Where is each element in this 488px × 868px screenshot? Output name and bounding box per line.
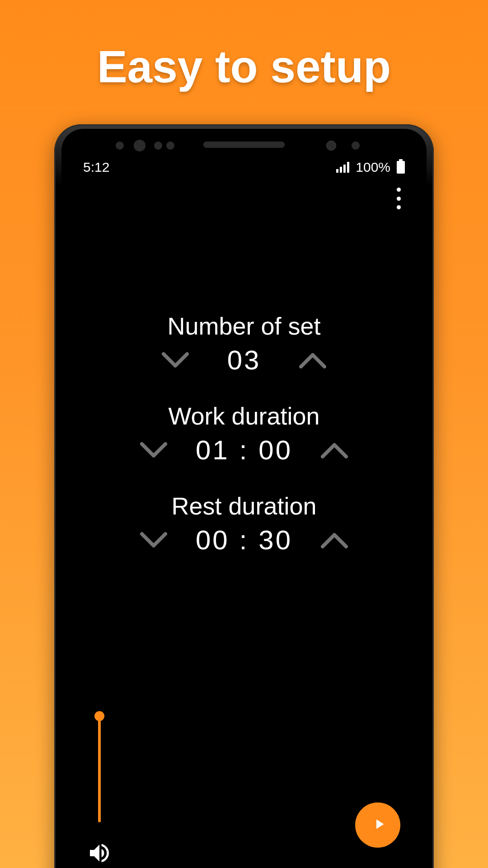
hardware-bar [61, 129, 427, 156]
play-icon [368, 816, 387, 834]
promo-background: Easy to setup 5:12 100% [0, 0, 488, 868]
rest-label: Rest duration [61, 492, 427, 520]
sensor-dot [166, 142, 174, 150]
signal-icon [336, 162, 349, 173]
sets-label: Number of set [61, 312, 427, 340]
rest-seconds: 30 [258, 524, 292, 556]
sensor-dot [154, 142, 162, 150]
phone-frame: 5:12 100% Number of set [54, 124, 434, 868]
time-separator: : [239, 434, 249, 466]
rest-value[interactable]: 00 : 30 [185, 524, 303, 556]
sensor-dot [134, 140, 145, 151]
work-minutes: 01 [196, 434, 230, 466]
work-decrement-button[interactable] [139, 441, 168, 459]
work-value[interactable]: 01 : 00 [185, 434, 303, 466]
sensor-dot [352, 142, 360, 150]
timer-settings: Number of set 03 Work duration [61, 312, 427, 582]
speaker-grille [203, 142, 285, 148]
volume-icon[interactable] [87, 840, 112, 866]
time-separator: : [239, 524, 249, 556]
more-icon[interactable] [390, 188, 407, 209]
rest-minutes: 00 [196, 524, 230, 556]
screen: 5:12 100% Number of set [61, 129, 427, 868]
app-bar [61, 179, 427, 219]
rest-increment-button[interactable] [320, 531, 349, 549]
sets-section: Number of set 03 [61, 312, 427, 376]
volume-thumb[interactable] [94, 711, 104, 721]
work-section: Work duration 01 : 00 [61, 402, 427, 466]
sets-decrement-button[interactable] [161, 351, 190, 369]
work-label: Work duration [61, 402, 427, 430]
promo-headline: Easy to setup [0, 41, 488, 93]
sets-value[interactable]: 03 [217, 344, 271, 376]
start-button[interactable] [355, 802, 400, 848]
volume-slider[interactable] [98, 714, 101, 822]
volume-control [87, 714, 112, 866]
sensor-dot [116, 142, 124, 150]
status-time: 5:12 [83, 160, 109, 175]
work-increment-button[interactable] [320, 441, 349, 459]
sets-increment-button[interactable] [298, 351, 327, 369]
rest-decrement-button[interactable] [139, 531, 168, 549]
work-seconds: 00 [258, 434, 292, 466]
front-camera [326, 141, 336, 151]
status-bar: 5:12 100% [61, 156, 427, 179]
rest-section: Rest duration 00 : 30 [61, 492, 427, 556]
battery-text: 100% [356, 160, 390, 175]
battery-icon [397, 161, 405, 174]
